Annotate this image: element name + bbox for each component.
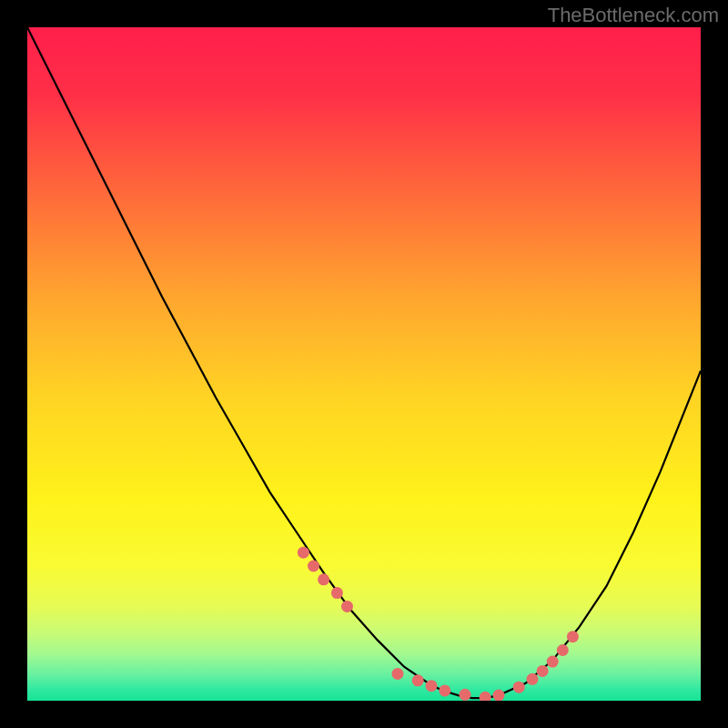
marker-point xyxy=(298,547,309,559)
marker-point xyxy=(392,668,404,680)
marker-point xyxy=(527,673,539,685)
marker-point xyxy=(513,682,525,693)
bottleneck-chart xyxy=(27,27,701,701)
marker-point xyxy=(537,665,549,677)
marker-point xyxy=(308,561,319,572)
marker-point xyxy=(567,631,579,642)
gradient-background xyxy=(27,27,701,701)
marker-point xyxy=(557,644,569,656)
watermark-text: TheBottleneck.com xyxy=(548,4,719,27)
chart-frame xyxy=(27,27,701,701)
marker-point xyxy=(426,680,438,692)
marker-point xyxy=(318,573,329,585)
marker-point xyxy=(460,689,471,701)
marker-point xyxy=(547,656,559,668)
marker-point xyxy=(493,690,505,701)
marker-point xyxy=(331,587,343,599)
marker-point xyxy=(439,684,450,696)
marker-point xyxy=(341,601,353,612)
marker-point xyxy=(412,674,424,686)
